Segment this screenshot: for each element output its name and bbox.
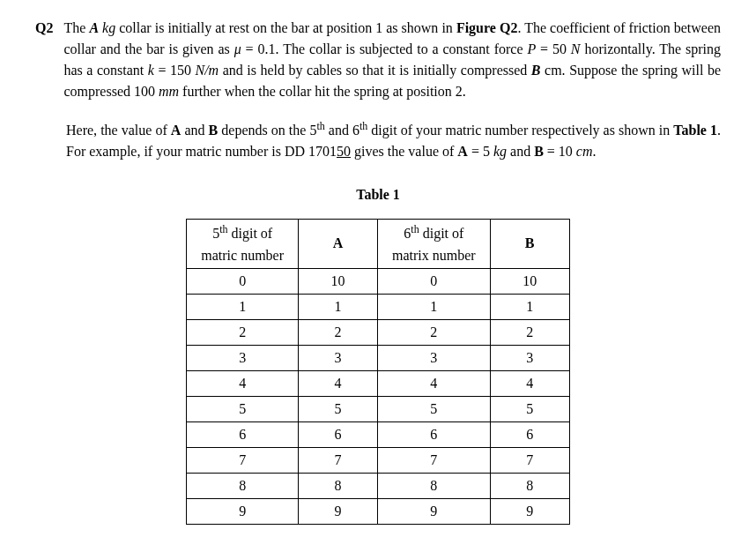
var-b-eq: B bbox=[534, 144, 544, 159]
header-b: B bbox=[490, 220, 569, 268]
table-cell: 2 bbox=[187, 319, 299, 345]
var-a: A bbox=[89, 20, 99, 35]
table-cell: 6 bbox=[299, 421, 378, 447]
text: gives the value of bbox=[351, 144, 457, 159]
table-cell: 8 bbox=[378, 473, 491, 498]
var-b: B bbox=[531, 63, 541, 78]
text: and bbox=[507, 144, 534, 159]
var-p: P bbox=[527, 41, 536, 56]
unit-kg: kg bbox=[493, 144, 507, 159]
table-ref: Table 1 bbox=[673, 123, 717, 138]
text: . bbox=[593, 144, 597, 159]
table-header-row: 5th digit ofmatric number A 6th digit of… bbox=[187, 220, 569, 268]
table-row: 7777 bbox=[187, 447, 569, 473]
table-cell: 8 bbox=[490, 473, 569, 498]
table-cell: 4 bbox=[490, 370, 569, 396]
paragraph-2: Here, the value of A and B depends on th… bbox=[66, 118, 721, 162]
table-cell: 5 bbox=[187, 396, 299, 421]
table-cell: 6 bbox=[490, 421, 569, 447]
table-cell: 10 bbox=[299, 268, 378, 294]
table-cell: 1 bbox=[299, 294, 378, 319]
table-cell: 8 bbox=[187, 473, 299, 498]
table-cell: 7 bbox=[378, 447, 491, 473]
table-cell: 5 bbox=[490, 396, 569, 421]
table-row: 1111 bbox=[187, 294, 569, 319]
var-a-eq: A bbox=[457, 144, 468, 159]
question-body: The A kg collar is initially at rest on … bbox=[63, 18, 721, 102]
table-cell: 9 bbox=[490, 498, 569, 524]
text: and 6 bbox=[325, 123, 359, 138]
table-cell: 8 bbox=[299, 473, 378, 498]
figure-ref: Figure Q2 bbox=[456, 20, 518, 35]
table-row: 010010 bbox=[187, 268, 569, 294]
table-cell: 9 bbox=[299, 498, 378, 524]
table-row: 6666 bbox=[187, 421, 569, 447]
table-cell: 3 bbox=[490, 345, 569, 370]
table-cell: 4 bbox=[299, 370, 378, 396]
table-cell: 6 bbox=[378, 421, 491, 447]
table-cell: 4 bbox=[378, 370, 491, 396]
table-row: 5555 bbox=[187, 396, 569, 421]
text: = 5 bbox=[468, 144, 493, 159]
unit-mm: mm bbox=[159, 84, 179, 99]
question-label: Q2 bbox=[35, 18, 53, 102]
table-row: 9999 bbox=[187, 498, 569, 524]
table-cell: 3 bbox=[378, 345, 491, 370]
table-cell: 5 bbox=[378, 396, 491, 421]
unit-n: N bbox=[571, 41, 585, 56]
table-cell: 1 bbox=[490, 294, 569, 319]
table-cell: 3 bbox=[187, 345, 299, 370]
text: Here, the value of bbox=[66, 123, 171, 138]
table-cell: 2 bbox=[378, 319, 491, 345]
table-cell: 0 bbox=[378, 268, 491, 294]
text: and is held by cables so that it is init… bbox=[219, 63, 531, 78]
var-mu: μ bbox=[234, 41, 241, 56]
table-cell: 7 bbox=[490, 447, 569, 473]
superscript: th bbox=[316, 120, 324, 132]
lookup-table: 5th digit ofmatric number A 6th digit of… bbox=[186, 219, 569, 524]
var-k: k bbox=[148, 63, 154, 78]
text: collar is initially at rest on the bar a… bbox=[115, 20, 456, 35]
table-row: 8888 bbox=[187, 473, 569, 498]
table-cell: 1 bbox=[187, 294, 299, 319]
table-cell: 2 bbox=[299, 319, 378, 345]
table-title: Table 1 bbox=[35, 184, 721, 205]
table-cell: 9 bbox=[187, 498, 299, 524]
unit-kg: kg bbox=[99, 20, 115, 35]
superscript: th bbox=[359, 120, 367, 132]
var-a-bold: A bbox=[171, 123, 182, 138]
header-digit5: 5th digit ofmatric number bbox=[187, 220, 299, 268]
text: The bbox=[63, 20, 89, 35]
text: = 10 bbox=[544, 144, 576, 159]
table-row: 2222 bbox=[187, 319, 569, 345]
table-row: 3333 bbox=[187, 345, 569, 370]
table-cell: 0 bbox=[187, 268, 299, 294]
text: = 150 bbox=[154, 63, 196, 78]
table-cell: 3 bbox=[299, 345, 378, 370]
table-cell: 7 bbox=[187, 447, 299, 473]
text: depends on the 5 bbox=[218, 123, 316, 138]
table-cell: 6 bbox=[187, 421, 299, 447]
question-block: Q2 The A kg collar is initially at rest … bbox=[35, 18, 721, 102]
table-cell: 2 bbox=[490, 319, 569, 345]
text: and bbox=[181, 123, 208, 138]
table-row: 4444 bbox=[187, 370, 569, 396]
header-digit6: 6th digit ofmatrix number bbox=[378, 220, 491, 268]
unit-nm: N/m bbox=[196, 63, 219, 78]
text: digit of your matric number respectively… bbox=[367, 123, 673, 138]
table-cell: 1 bbox=[378, 294, 491, 319]
table-cell: 5 bbox=[299, 396, 378, 421]
text: = 0.1. The collar is subjected to a cons… bbox=[241, 41, 528, 56]
var-b-bold: B bbox=[209, 123, 219, 138]
table-cell: 7 bbox=[299, 447, 378, 473]
unit-cm: cm bbox=[576, 144, 593, 159]
header-a: A bbox=[299, 220, 378, 268]
table-cell: 9 bbox=[378, 498, 491, 524]
text: = 50 bbox=[536, 41, 571, 56]
underline-digits: 50 bbox=[337, 144, 351, 159]
table-cell: 10 bbox=[490, 268, 569, 294]
text: further when the collar hit the spring a… bbox=[179, 84, 466, 99]
table-cell: 4 bbox=[187, 370, 299, 396]
